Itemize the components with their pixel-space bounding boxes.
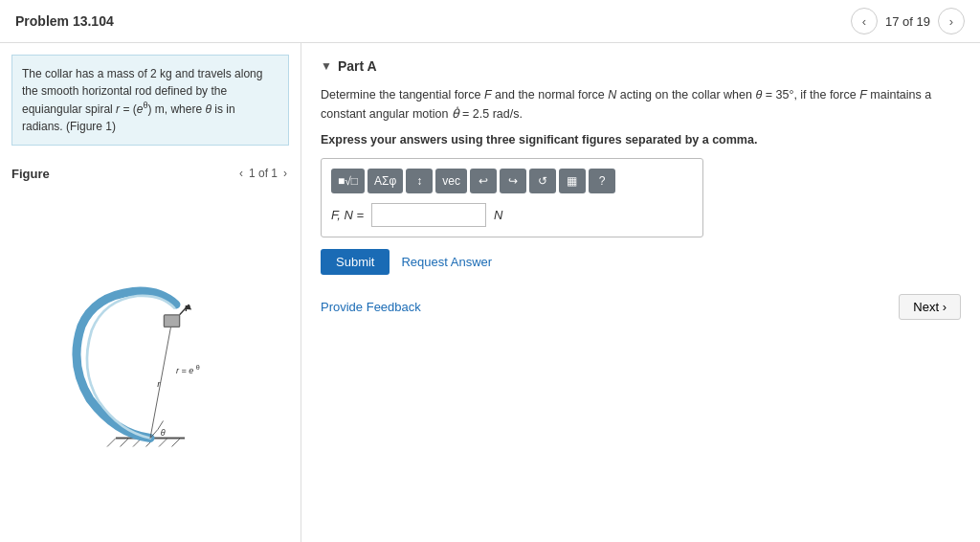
description-text: The collar has a mass of 2 kg and travel… (22, 67, 262, 133)
figure-title: Figure (11, 167, 50, 181)
answer-input[interactable] (371, 203, 486, 227)
input-row: F, N = N (331, 203, 693, 227)
figure-page: 1 of 1 (249, 167, 278, 180)
toolbar-undo-btn[interactable]: ↩ (470, 169, 497, 193)
svg-line-1 (107, 438, 116, 446)
provide-feedback-link[interactable]: Provide Feedback (321, 300, 421, 314)
unit-label: N (494, 208, 502, 222)
nav-controls: ‹ 17 of 19 › (851, 8, 965, 34)
svg-text:θ: θ (196, 363, 200, 372)
page-info: 17 of 19 (885, 14, 930, 29)
prev-button[interactable]: ‹ (851, 8, 878, 34)
toolbar-table-btn[interactable]: ▦ (559, 169, 586, 193)
toolbar-layout-btn[interactable]: ↕ (406, 169, 433, 193)
submit-button[interactable]: Submit (321, 249, 390, 275)
svg-text:θ: θ (161, 427, 166, 437)
next-nav-button[interactable]: › (938, 8, 965, 34)
main-layout: The collar has a mass of 2 kg and travel… (0, 43, 980, 542)
right-panel: ▼ Part A Determine the tangential force … (301, 43, 980, 542)
toolbar: ■√□ ΑΣφ ↕ vec ↩ ↪ ↺ ▦ ? (331, 169, 693, 193)
svg-line-5 (159, 438, 167, 446)
toolbar-matrix-btn[interactable]: ■√□ (331, 169, 365, 193)
part-label: Part A (338, 58, 377, 74)
figure-next-button[interactable]: › (281, 165, 289, 182)
svg-line-6 (172, 438, 181, 446)
next-button[interactable]: Next › (899, 294, 961, 320)
answer-box: ■√□ ΑΣφ ↕ vec ↩ ↪ ↺ ▦ ? F, N = N (321, 158, 703, 237)
input-label: F, N = (331, 208, 364, 222)
request-answer-link[interactable]: Request Answer (401, 255, 492, 269)
left-panel: The collar has a mass of 2 kg and travel… (0, 43, 301, 542)
action-row: Submit Request Answer (321, 249, 961, 275)
toolbar-vec-btn[interactable]: vec (435, 169, 467, 193)
express-instructions: Express your answers using three signifi… (321, 133, 961, 147)
problem-description: The collar has a mass of 2 kg and travel… (11, 55, 289, 146)
figure-section: Figure ‹ 1 of 1 › (0, 157, 301, 542)
header: Problem 13.104 ‹ 17 of 19 › (0, 0, 980, 43)
bottom-row: Provide Feedback Next › (321, 294, 961, 320)
toolbar-refresh-btn[interactable]: ↺ (529, 169, 556, 193)
svg-rect-13 (164, 314, 179, 327)
svg-text:r = e: r = e (176, 366, 193, 375)
figure-diagram: r r = e θ θ F (64, 279, 236, 451)
figure-canvas: r r = e θ θ F (11, 190, 289, 539)
part-toggle[interactable]: ▼ (321, 59, 332, 73)
svg-line-2 (121, 438, 129, 446)
toolbar-help-btn[interactable]: ? (589, 169, 615, 193)
toolbar-symbol-btn[interactable]: ΑΣφ (368, 169, 403, 193)
figure-nav: ‹ 1 of 1 › (237, 165, 289, 182)
toolbar-redo-btn[interactable]: ↪ (500, 169, 526, 193)
problem-title: Problem 13.104 (15, 13, 114, 29)
figure-header: Figure ‹ 1 of 1 › (11, 165, 289, 182)
svg-line-8 (150, 322, 172, 439)
part-header: ▼ Part A (321, 58, 961, 74)
figure-prev-button[interactable]: ‹ (237, 165, 245, 182)
problem-text: Determine the tangential force F and the… (321, 85, 961, 124)
